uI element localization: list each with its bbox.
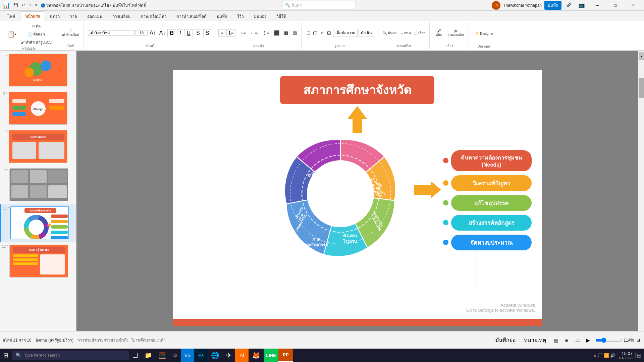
font-shadow-btn[interactable]: S [203,29,212,37]
format-painter-btn[interactable]: 🖌 ทำสำเนารูปแบบ [19,39,53,46]
shape-outline-btn[interactable]: ดำเนิน [359,29,374,37]
tab-record[interactable]: บันทึก [212,11,232,21]
tab-slideshow[interactable]: การนำเสนอสไลด์ [172,11,212,21]
columns-btn[interactable]: ⋮≡ [260,29,271,36]
ribbon-icon-btn[interactable]: 🖊 [564,2,574,9]
slide-sorter-btn[interactable]: ⊞ [562,337,571,344]
readaloud-btn[interactable]: 🔊อ่านออกเสียง [445,28,466,38]
settings-btn[interactable]: ⚙ [169,349,181,362]
customize-btn[interactable]: ▾ [34,2,39,8]
clock[interactable]: 15:07 7/1/2566 [618,351,633,360]
photoshop-btn[interactable]: Ps [194,349,208,362]
zoom-slider[interactable] [595,338,622,343]
presentation-btn[interactable]: 📺 [576,1,587,9]
scroll-up-btn[interactable]: ▲ [639,52,644,60]
show-desktop-btn[interactable]: ▤ [635,353,641,358]
numbered-list-btn[interactable]: 1≡ [226,29,236,37]
slide-thumb-12[interactable]: 12 * Goal (เป้าหมาย) [0,242,76,280]
tab-transitions[interactable]: การเปลี่ยน [107,11,136,21]
align-left-btn[interactable]: ⬛ [272,29,281,36]
start-btn[interactable]: ⊞ [0,349,12,362]
minimize-btn[interactable]: ─ [590,0,605,11]
shape-more-btn[interactable]: ⊞ [326,29,332,36]
powerpoint-taskbar-btn[interactable]: PP [278,349,293,362]
label-box-3[interactable]: แก้ไขอุปสรรค [451,195,532,211]
vscode-btn[interactable]: VS [181,349,194,362]
ai-btn[interactable]: Ai [235,349,249,362]
label-box-5[interactable]: จัดหางบประมาณ [451,235,532,250]
right-scrollbar[interactable]: ▲ ▼ [638,51,644,345]
font-shrink-btn[interactable]: A↓ [158,29,167,37]
replace-btn[interactable]: ↔ แทน [399,30,413,36]
font-size-input[interactable] [136,30,148,36]
reading-view-btn[interactable]: 📖 [572,337,583,344]
slide-title-box[interactable]: สภาการศึกษาจังหวัด [280,76,434,104]
normal-view-btn[interactable]: ▤ [551,337,561,344]
shape-rect-btn[interactable]: □ [306,29,311,36]
tab-animations[interactable]: ภาพเคลื่อนไหว [136,11,172,21]
tab-draw[interactable]: วาด [65,11,82,21]
redo-btn[interactable]: ↪ [27,2,33,8]
tab-insert[interactable]: แทรก [45,11,65,21]
tab-view[interactable]: มุมมอง [249,11,271,21]
outdent-btn[interactable]: ←≡ [249,29,259,36]
shape-rounded-btn[interactable]: ▢ [312,29,319,36]
label-box-2[interactable]: วิเคราะห์ปัญหา [451,175,532,191]
tab-home[interactable]: หน้าแรก [20,11,45,21]
notes-btn[interactable]: บันทึกย่อ [493,335,519,345]
auto-save-toggle[interactable]: 🔵 บันทึกอัตโนมัติ [41,2,70,8]
undo-btn[interactable]: ↩ [20,2,26,8]
scroll-thumb[interactable] [639,78,644,98]
italic-btn[interactable]: I [177,29,183,37]
bullet-list-btn[interactable]: ≡ [218,29,225,37]
tray-icons[interactable]: ∧ ⛶ 📶 🔊 [593,353,615,358]
flight-btn[interactable]: ✈ [223,349,235,362]
dictate-btn[interactable]: 🎤เสียง [434,28,444,38]
slide-thumb-8[interactable]: 8 * Change [0,89,76,127]
select-btn[interactable]: ⬚ เลือก [413,30,427,36]
underline-btn[interactable]: U [184,29,193,37]
user-avatar[interactable]: TY [492,1,500,10]
slide-canvas[interactable]: สภาการศึกษาจังหวัด [173,70,542,326]
strikethrough-btn[interactable]: S [194,29,202,37]
chrome-btn[interactable]: 🌐 [208,349,223,362]
find-btn[interactable]: 🔍 ค้นหา [381,30,398,36]
line-btn[interactable]: LINE [264,349,278,362]
comments-btn[interactable]: หมายเหตุ [521,335,549,345]
align-right-btn[interactable]: ▤ [291,29,299,36]
new-slide-btn[interactable]: 📄 เค้าโครงใหม่ [60,28,81,38]
donut-chart[interactable]: ตัวแทน ชุมชน ทุกอำเภอ ตัวแทน นักการศึกษา… [270,123,411,264]
slide-thumb-11[interactable]: 11 * สภาการศึกษาจังหวัด [0,204,76,242]
file-explorer-btn[interactable]: 📁 [141,349,155,362]
taskbar-search-box[interactable]: 🔍 Type here to search [12,351,129,360]
share-btn[interactable]: บันทึก [544,1,561,10]
slideshow-btn[interactable]: ▶ [584,337,593,344]
slide-thumb-7[interactable]: 7 Output [0,51,76,89]
fit-slide-btn[interactable]: ⊡ [635,337,641,343]
paste-btn[interactable]: 📋▾ [5,29,18,39]
calculator-btn[interactable]: 🧮 [155,349,169,362]
font-name-input[interactable] [88,30,135,36]
save-quick-btn[interactable]: 💾 [12,2,19,8]
label-box-1[interactable]: ค้นหาความต้องการชุมชน (Needs) [451,150,532,171]
tab-design[interactable]: ออกแบบ [82,11,107,21]
slide-thumb-10[interactable]: 10 * [0,166,76,204]
slide-thumb-9[interactable]: 9 New Model [0,127,76,166]
label-box-4[interactable]: สร้างสรรค์หลักสูตร [451,215,532,231]
tab-help[interactable]: วิธีใช้ [271,11,291,21]
bold-btn[interactable]: B [167,29,176,37]
font-grow-btn[interactable]: A↑ [148,29,157,37]
copy-btn[interactable]: 📄 คัดลอก [19,31,53,38]
title-search-box[interactable]: 🔍 ค้นหา [282,1,356,9]
cut-btn[interactable]: ✂ ตัด [19,22,53,30]
close-btn[interactable]: ✕ [626,0,641,11]
align-center-btn[interactable]: ▦ [282,29,290,36]
shape-circle-btn[interactable]: ○ [319,29,325,36]
maximize-btn[interactable]: □ [608,0,623,11]
tab-file[interactable]: ไฟล์ [3,11,20,21]
task-view-btn[interactable]: ❑ [129,349,141,362]
indent-btn[interactable]: →≡ [236,29,247,36]
tab-review[interactable]: รีวิว [232,11,249,21]
firefox-btn[interactable]: 🦊 [249,349,264,362]
designer-btn[interactable]: ✨ Designer [473,31,495,37]
